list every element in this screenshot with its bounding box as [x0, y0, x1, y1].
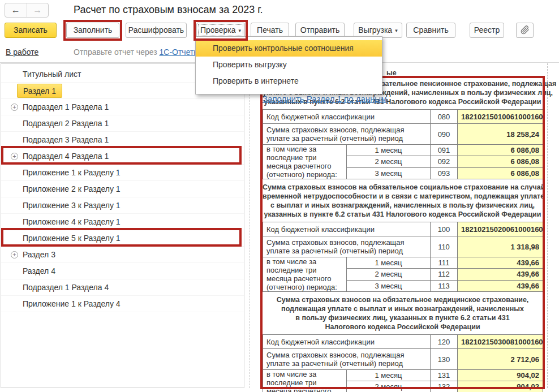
field-kbk-120[interactable]: 18210215030081000160 [458, 335, 543, 349]
sidebar-item-label: Раздел 3 [23, 250, 55, 259]
sidebar-item[interactable]: Приложение 5 к Разделу 1 [1, 230, 244, 247]
sum-label: Сумма страховых взносов, подлежащая упла… [263, 236, 431, 257]
kbk-line-code: 080 [431, 110, 458, 124]
field-month-132[interactable]: 904,02 [458, 381, 543, 392]
sidebar-item-label: Подраздел 4 Раздела 1 [23, 152, 109, 161]
compare-button[interactable]: Сравнить [406, 23, 455, 38]
field-kbk-080[interactable]: 18210215010061000160 [458, 110, 543, 124]
sidebar-item[interactable]: Приложение 1 к Разделу 1 [1, 165, 244, 181]
expand-plus-icon[interactable]: + [11, 251, 18, 259]
field-kbk-100[interactable]: 18210215020061000160 [458, 222, 543, 236]
field-sum-090[interactable]: 18 258,24 [458, 124, 543, 145]
sum-line-code: 130 [431, 349, 458, 370]
section-table: Код бюджетной классификации1201821021503… [263, 334, 543, 392]
decode-button[interactable]: Расшифровать [126, 23, 187, 38]
months-label: в том числе за последние три месяца расч… [263, 145, 347, 179]
sum-line-code: 110 [431, 236, 458, 257]
section-table: Код бюджетной классификации0801821021501… [263, 109, 543, 179]
sidebar-item-label: Приложение 3 к Разделу 1 [23, 201, 121, 210]
export-menu-button[interactable]: Выгрузка▾ [354, 23, 402, 38]
save-button[interactable]: Записать [5, 23, 57, 38]
field-sum-130[interactable]: 2 712,06 [458, 349, 543, 370]
field-month-093[interactable]: 6 086,08 [458, 167, 543, 179]
sidebar-item[interactable]: Приложение 4 к Разделу 1 [1, 214, 244, 230]
section-table: Код бюджетной классификации1001821021502… [263, 222, 543, 292]
sidebar-item-label: Подраздел 3 Раздела 1 [23, 135, 109, 144]
sidebar-item-label: Приложение 1 к Разделу 4 [23, 299, 121, 308]
month-label: 1 месяц [347, 145, 431, 156]
sidebar-item[interactable]: +Раздел 3 [1, 247, 244, 263]
field-month-113[interactable]: 439,66 [458, 280, 543, 291]
sidebar-item[interactable]: Подраздел 2 Раздела 1 [1, 115, 244, 132]
month-line-code: 112 [431, 269, 458, 280]
status-hint: Отправьте отчет через 1С-Отчетность [74, 48, 214, 57]
sidebar-item[interactable]: Раздел 4 [1, 263, 244, 279]
kbk-label: Код бюджетной классификации [263, 110, 431, 124]
kbk-line-code: 120 [431, 335, 458, 349]
month-line-code: 111 [431, 257, 458, 269]
sum-line-code: 090 [431, 124, 458, 145]
clipped-text-fragment: ые [386, 69, 397, 77]
sidebar-item[interactable]: Приложение 3 к Разделу 1 [1, 197, 244, 214]
field-month-092[interactable]: 6 086,08 [458, 156, 543, 167]
field-month-131[interactable]: 904,02 [458, 370, 543, 381]
sidebar-item[interactable]: +Подраздел 4 Раздела 1 [1, 148, 244, 165]
back-arrow-icon[interactable]: ← [5, 3, 27, 17]
menu-item-check-upload[interactable]: Проверить выгрузку [196, 57, 382, 73]
month-label: 1 месяц [347, 370, 431, 381]
check-menu-label: Проверка [200, 25, 236, 35]
menu-item-check-online[interactable]: Проверить в интернете [196, 73, 382, 89]
right-edge-divider [547, 63, 548, 388]
forward-arrow-icon[interactable]: → [27, 3, 49, 17]
months-label: в том числе за последние три месяца расч… [263, 257, 347, 292]
month-label: 2 месяц [347, 269, 431, 280]
kbk-line-code: 100 [431, 222, 458, 236]
kbk-label: Код бюджетной классификации [263, 335, 431, 349]
sum-label: Сумма страховых взносов, подлежащая упла… [263, 124, 431, 145]
panel-splitter[interactable] [250, 63, 250, 388]
sidebar-item[interactable]: Подраздел 1 Раздела 4 [1, 279, 244, 296]
registry-button[interactable]: Реестр [470, 23, 504, 38]
sidebar-item[interactable]: +Подраздел 1 Раздела 1 [1, 99, 244, 115]
sidebar-item-label: Приложение 1 к Разделу 1 [23, 168, 121, 177]
fill-section1-link[interactable]: Заполнить Раздел 1 по данным [263, 94, 386, 104]
paperclip-icon [521, 25, 530, 35]
month-line-code: 113 [431, 280, 458, 291]
status-hint-text: Отправьте отчет через [74, 48, 159, 57]
attachments-button[interactable] [516, 23, 534, 38]
sidebar-item[interactable]: Приложение 2 к Разделу 1 [1, 181, 244, 197]
history-nav: ← → [5, 3, 49, 18]
sidebar-item-label: Подраздел 2 Раздела 1 [23, 119, 109, 128]
field-sum-110[interactable]: 1 318,98 [458, 236, 543, 257]
month-line-code: 093 [431, 167, 458, 179]
expand-plus-icon[interactable]: + [11, 153, 18, 160]
fill-button[interactable]: Заполнить [66, 23, 119, 38]
expand-plus-icon[interactable]: + [11, 104, 18, 111]
sum-label: Сумма страховых взносов, подлежащая упла… [263, 349, 431, 370]
month-label: 2 месяц [347, 381, 431, 392]
month-line-code: 132 [431, 381, 458, 392]
field-month-091[interactable]: 6 086,08 [458, 145, 543, 156]
check-menu-button[interactable]: Проверка▾ [196, 23, 245, 38]
menu-item-check-control-ratios[interactable]: Проверить контрольные соотношения [196, 40, 382, 57]
sidebar-item-label: Приложение 4 к Разделу 1 [23, 217, 121, 226]
sidebar-item[interactable]: Подраздел 3 Раздела 1 [1, 132, 244, 148]
status-state-link[interactable]: В работе [6, 48, 38, 57]
sidebar-item-label: Раздел 1 [17, 84, 62, 98]
month-label: 3 месяц [347, 280, 431, 291]
sidebar-item[interactable]: Приложение 1 к Разделу 4 [1, 296, 244, 312]
sidebar-item-label: Подраздел 1 Раздела 1 [23, 102, 109, 111]
print-button[interactable]: Печать [251, 23, 289, 38]
month-line-code: 091 [431, 145, 458, 156]
month-label: 3 месяц [347, 167, 431, 179]
export-menu-label: Выгрузка [358, 25, 392, 35]
month-label: 1 месяц [347, 257, 431, 269]
send-button[interactable]: Отправить [295, 23, 345, 38]
sidebar-item-label: Раздел 4 [23, 266, 55, 275]
section-header: Сумма страховых взносов на обязательное … [263, 179, 543, 222]
field-month-112[interactable]: 439,66 [458, 269, 543, 280]
months-label: в том числе за последние три месяца расч… [263, 370, 347, 392]
month-line-code: 092 [431, 156, 458, 167]
sidebar-nav: Титульный листРаздел 1+Подраздел 1 Разде… [1, 63, 244, 388]
field-month-111[interactable]: 439,66 [458, 257, 543, 269]
